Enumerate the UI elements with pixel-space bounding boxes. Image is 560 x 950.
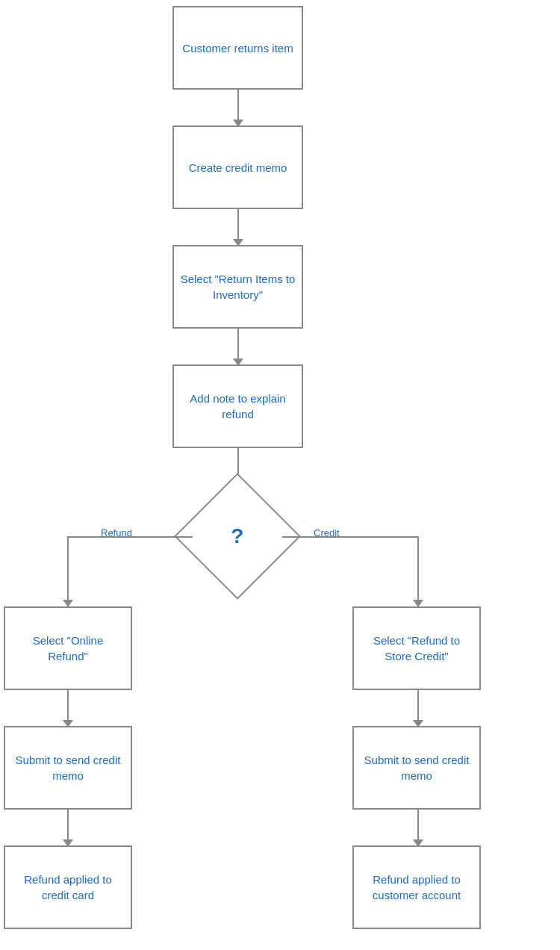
line-5l-6l [67,690,69,724]
label-refund: Refund [101,527,132,538]
line-2-3 [237,209,239,243]
box-add-note: Add note to explain refund [172,364,303,448]
line-6r-7r [417,810,419,843]
line-3-4 [237,329,239,362]
label-credit: Credit [314,527,340,538]
box-customer-returns: Customer returns item [172,6,303,90]
line-diamond-right-h [282,536,418,538]
online-refund-label: Select "Online Refund" [11,633,125,664]
line-1-2 [237,90,239,123]
box-store-credit: Select "Refund to Store Credit" [352,606,481,690]
line-left-v [67,536,69,603]
select-return-label: Select "Return Items to Inventory" [180,271,296,302]
box-result-left: Refund applied to credit card [4,845,132,929]
submit-left-label: Submit to send credit memo [11,752,125,783]
store-credit-label: Select "Refund to Store Credit" [360,633,473,664]
add-note-label: Add note to explain refund [180,391,296,422]
box-result-right: Refund applied to customer account [352,845,481,929]
submit-right-label: Submit to send credit memo [360,752,473,783]
result-right-label: Refund applied to customer account [360,872,473,903]
line-6l-7l [67,810,69,843]
customer-returns-label: Customer returns item [182,40,293,56]
box-select-return: Select "Return Items to Inventory" [172,245,303,329]
box-online-refund: Select "Online Refund" [4,606,132,690]
box-submit-left: Submit to send credit memo [4,726,132,810]
line-5r-6r [417,690,419,724]
result-left-label: Refund applied to credit card [11,872,125,903]
box-submit-right: Submit to send credit memo [352,726,481,810]
line-right-v [417,536,419,603]
diamond-label: ? [231,524,243,548]
box-create-memo: Create credit memo [172,125,303,209]
create-memo-label: Create credit memo [189,160,287,176]
flowchart: Customer returns item Create credit memo… [0,0,560,950]
